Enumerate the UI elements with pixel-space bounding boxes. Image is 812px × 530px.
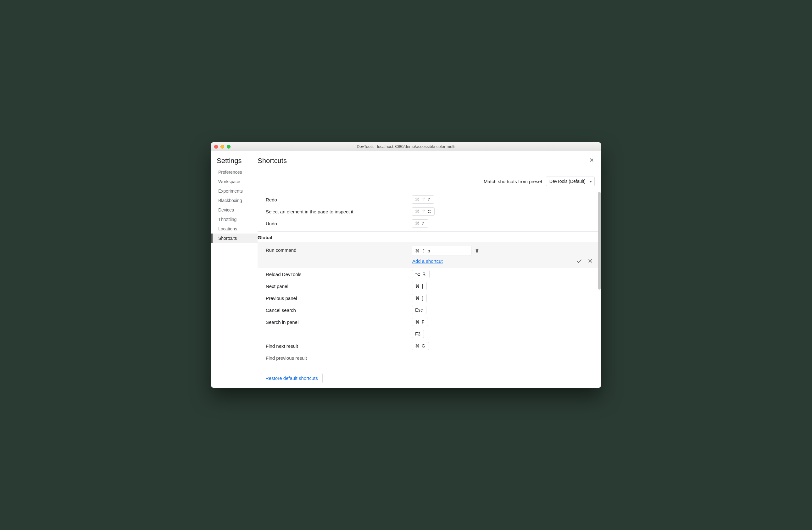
shortcut-key[interactable]: ⌥ R <box>412 270 430 278</box>
shortcut-capture-input[interactable] <box>412 246 472 256</box>
shortcut-row[interactable]: Find next result ⌘ G <box>258 340 598 352</box>
scrollbar-thumb[interactable] <box>598 192 601 290</box>
scrollbar[interactable] <box>598 192 601 384</box>
shortcut-label: Next panel <box>258 282 412 289</box>
shortcut-row[interactable]: Select an element in the page to inspect… <box>258 206 598 218</box>
sidebar-item-devices[interactable]: Devices <box>211 205 258 215</box>
shortcut-label <box>258 330 412 331</box>
content-area: Settings Preferences Workspace Experimen… <box>211 151 601 388</box>
traffic-lights <box>214 145 231 149</box>
shortcut-key[interactable]: ⌘ ] <box>412 282 427 290</box>
sidebar-item-throttling[interactable]: Throttling <box>211 215 258 224</box>
shortcut-label: Search in panel <box>258 318 412 325</box>
settings-sidebar: Settings Preferences Workspace Experimen… <box>211 151 258 388</box>
window-minimize-button[interactable] <box>220 145 224 149</box>
delete-shortcut-button[interactable] <box>475 248 480 253</box>
section-global-heading: Global <box>258 231 598 242</box>
shortcut-row-editing: Run command Add a shortcut <box>258 242 598 268</box>
shortcut-label: Previous panel <box>258 294 412 301</box>
window-title: DevTools - localhost:8080/demo/accessibl… <box>357 144 455 149</box>
window-titlebar: DevTools - localhost:8080/demo/accessibl… <box>211 142 601 151</box>
trash-icon <box>475 248 480 253</box>
sidebar-item-blackboxing[interactable]: Blackboxing <box>211 196 258 205</box>
shortcut-label: Cancel search <box>258 306 412 313</box>
shortcut-row[interactable]: Next panel ⌘ ] <box>258 280 598 292</box>
shortcut-row[interactable]: Find previous result <box>258 352 598 363</box>
shortcut-row[interactable]: Previous panel ⌘ [ <box>258 292 598 304</box>
preset-label: Match shortcuts from preset <box>484 179 542 184</box>
page-title: Shortcuts <box>258 157 287 169</box>
shortcut-row[interactable]: Cancel search Esc <box>258 304 598 316</box>
sidebar-item-experiments[interactable]: Experiments <box>211 186 258 196</box>
shortcut-label: Run command <box>258 246 412 253</box>
close-icon <box>588 259 593 263</box>
shortcut-row[interactable]: F3 <box>258 328 598 340</box>
shortcut-label: Find next result <box>258 342 412 349</box>
checkmark-icon <box>577 259 582 264</box>
shortcut-row[interactable]: Reload DevTools ⌥ R <box>258 268 598 280</box>
add-shortcut-link[interactable]: Add a shortcut <box>412 259 443 264</box>
chevron-down-icon: ▾ <box>590 179 592 184</box>
shortcut-label: Undo <box>258 219 412 226</box>
app-window: DevTools - localhost:8080/demo/accessibl… <box>211 142 601 388</box>
shortcut-key[interactable]: ⌘ F <box>412 318 428 326</box>
shortcut-key[interactable]: ⌘ ⇧ Z <box>412 195 434 204</box>
sidebar-item-preferences[interactable]: Preferences <box>211 167 258 177</box>
shortcut-key[interactable]: ⌘ Z <box>412 219 428 227</box>
shortcut-key[interactable]: Esc <box>412 306 426 314</box>
shortcut-key[interactable]: F3 <box>412 330 424 338</box>
sidebar-title: Settings <box>211 157 258 167</box>
sidebar-item-workspace[interactable]: Workspace <box>211 177 258 186</box>
shortcut-scroll-area[interactable]: Redo ⌘ ⇧ Z Select an element in the page… <box>258 194 601 388</box>
cancel-shortcut-button[interactable] <box>588 259 593 266</box>
close-settings-button[interactable]: ✕ <box>588 157 595 164</box>
confirm-shortcut-button[interactable] <box>577 259 582 266</box>
main-panel: Shortcuts ✕ Match shortcuts from preset … <box>258 151 601 388</box>
shortcut-key[interactable]: ⌘ G <box>412 342 429 350</box>
preset-select[interactable]: DevTools (Default) ▾ <box>546 177 595 186</box>
shortcut-row[interactable]: Search in panel ⌘ F <box>258 316 598 328</box>
preset-bar: Match shortcuts from preset DevTools (De… <box>258 169 601 194</box>
shortcut-label: Select an element in the page to inspect… <box>258 207 412 214</box>
sidebar-item-locations[interactable]: Locations <box>211 224 258 234</box>
window-zoom-button[interactable] <box>227 145 231 149</box>
shortcut-row[interactable]: Undo ⌘ Z <box>258 218 598 229</box>
preset-select-value: DevTools (Default) <box>549 179 585 184</box>
sidebar-item-shortcuts[interactable]: Shortcuts <box>211 234 258 243</box>
shortcut-label: Reload DevTools <box>258 270 412 277</box>
window-close-button[interactable] <box>214 145 218 149</box>
shortcut-label: Find previous result <box>258 354 412 361</box>
shortcut-label: Redo <box>258 195 412 203</box>
shortcut-key[interactable]: ⌘ ⇧ C <box>412 207 435 215</box>
shortcut-key[interactable]: ⌘ [ <box>412 294 427 302</box>
shortcut-row[interactable]: Redo ⌘ ⇧ Z <box>258 194 598 206</box>
restore-defaults-button[interactable]: Restore default shortcuts <box>261 373 323 383</box>
